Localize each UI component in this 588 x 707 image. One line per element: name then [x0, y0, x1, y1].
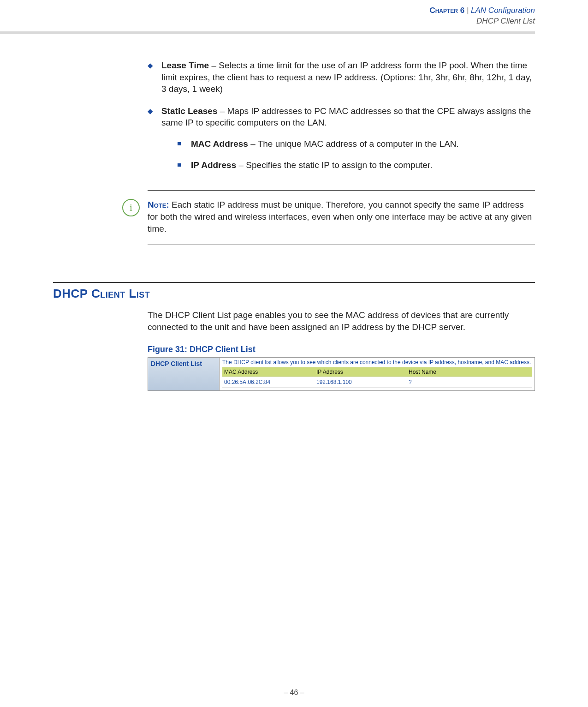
chapter-label: Chapter 6 — [429, 6, 464, 15]
figure-caption: Figure 31: DHCP Client List — [148, 345, 535, 354]
figure-table-row: 00:26:5A:06:2C:84 192.168.1.100 ? — [222, 377, 532, 388]
figure-description: The DHCP client list allows you to see w… — [222, 359, 532, 365]
diamond-bullet-icon: ◆ — [148, 107, 153, 180]
term-mac-address: MAC Address — [191, 139, 248, 149]
sub-list: MAC Address – The unique MAC address of … — [178, 138, 535, 171]
note-label: Note: — [148, 200, 172, 210]
note-icon-wrap: i — [122, 199, 140, 216]
page-header: Chapter 6 | LAN Configuration DHCP Clien… — [53, 0, 535, 30]
square-bullet-icon — [178, 163, 181, 167]
col-ip-header: IP Address — [316, 369, 409, 375]
bullet-static-leases: ◆ Static Leases – Maps IP addresses to P… — [148, 105, 535, 180]
col-mac-header: MAC Address — [224, 369, 316, 375]
page-number: – 46 – — [0, 689, 588, 697]
bullet-text: Static Leases – Maps IP addresses to PC … — [161, 105, 535, 180]
chapter-title: LAN Configuration — [471, 6, 535, 15]
section-rule — [53, 282, 535, 283]
chapter-separator: | — [467, 6, 469, 15]
note-text: Each static IP address must be unique. T… — [148, 200, 532, 233]
cell-host: ? — [409, 379, 530, 385]
figure-side-title: DHCP Client List — [148, 358, 220, 390]
section-heading: DHCP Client List — [53, 287, 535, 301]
sub-item-ip: IP Address – Specifies the static IP to … — [178, 159, 535, 171]
sub-text: MAC Address – The unique MAC address of … — [191, 138, 459, 150]
desc-lease-time: – Selects a time limit for the use of an… — [161, 60, 532, 94]
figure-main: The DHCP client list allows you to see w… — [220, 358, 535, 390]
figure-table-header: MAC Address IP Address Host Name — [222, 367, 532, 377]
diamond-bullet-icon: ◆ — [148, 61, 153, 95]
term-ip-address: IP Address — [191, 160, 236, 170]
info-icon: i — [122, 199, 140, 216]
info-icon-char: i — [130, 202, 132, 214]
desc-mac-address: – The unique MAC address of a computer i… — [248, 139, 459, 149]
desc-ip-address: – Specifies the static IP to assign to t… — [236, 160, 432, 170]
note-body: Note: Each static IP address must be uni… — [148, 199, 535, 234]
figure-screenshot: DHCP Client List The DHCP client list al… — [148, 357, 535, 391]
bullet-lease-time: ◆ Lease Time – Selects a time limit for … — [148, 60, 535, 95]
chapter-line: Chapter 6 | LAN Configuration — [53, 6, 535, 16]
header-subtitle: DHCP Client List — [53, 16, 535, 27]
cell-mac: 00:26:5A:06:2C:84 — [224, 379, 316, 385]
cell-ip: 192.168.1.100 — [316, 379, 409, 385]
note-block: i Note: Each static IP address must be u… — [148, 190, 535, 245]
term-static-leases: Static Leases — [161, 106, 217, 116]
sub-text: IP Address – Specifies the static IP to … — [191, 159, 433, 171]
term-lease-time: Lease Time — [161, 60, 209, 70]
square-bullet-icon — [178, 142, 181, 145]
desc-static-leases: – Maps IP addresses to PC MAC addresses … — [161, 106, 531, 128]
col-host-header: Host Name — [409, 369, 530, 375]
section-intro: The DHCP Client List page enables you to… — [148, 309, 535, 333]
bullet-text: Lease Time – Selects a time limit for th… — [161, 60, 535, 95]
sub-item-mac: MAC Address – The unique MAC address of … — [178, 138, 535, 150]
